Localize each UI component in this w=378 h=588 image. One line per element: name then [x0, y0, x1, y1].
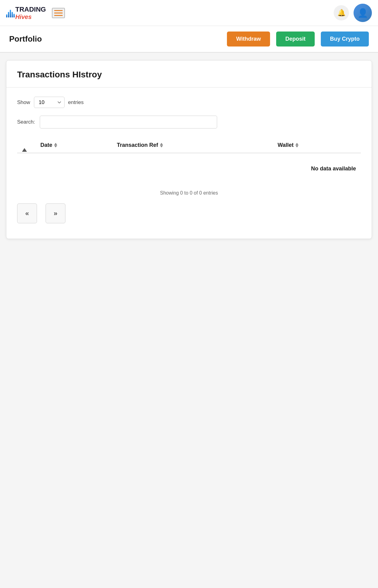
show-label: Show [17, 99, 30, 106]
logo-bar-2 [8, 12, 9, 17]
menu-line-1 [54, 10, 63, 11]
menu-button[interactable] [52, 8, 65, 18]
next-page-button[interactable]: » [46, 203, 65, 223]
sort-down-arrow-3 [295, 145, 298, 147]
menu-line-2 [54, 13, 63, 13]
sort-down-arrow [54, 145, 57, 147]
th-transaction-ref[interactable]: Transaction Ref [112, 138, 273, 153]
portfolio-bar: Portfolio Withdraw Deposit Buy Crypto [0, 26, 378, 53]
logo-hives: Hives [15, 13, 46, 20]
main-content: Transactions HIstroy Show 10 25 50 100 e… [0, 53, 378, 247]
search-row: Search: [17, 116, 361, 128]
header: TRADING Hives 🔔 👤 [0, 0, 378, 26]
logo-bar-1 [6, 14, 7, 17]
portfolio-title: Portfolio [9, 34, 221, 44]
search-label: Search: [17, 119, 35, 125]
entries-select[interactable]: 10 25 50 100 [34, 97, 65, 108]
search-input[interactable] [40, 116, 217, 128]
deposit-button[interactable]: Deposit [276, 32, 315, 47]
header-left: TRADING Hives [6, 6, 65, 20]
date-sort-group: Date [40, 142, 57, 148]
header-right: 🔔 👤 [334, 4, 372, 22]
wallet-sort-icon [295, 143, 298, 147]
th-wallet[interactable]: Wallet [273, 138, 361, 153]
logo-bar-4 [12, 12, 13, 17]
user-avatar-icon: 👤 [358, 8, 368, 18]
menu-line-3 [54, 15, 63, 16]
sort-up-arrow [54, 143, 57, 145]
sort-up-arrow-3 [295, 143, 298, 145]
user-avatar-button[interactable]: 👤 [354, 4, 372, 22]
pagination-info: Showing 0 to 0 of 0 entries [17, 184, 361, 200]
checkbox-sort-icon [22, 142, 27, 152]
notification-button[interactable]: 🔔 [334, 5, 349, 20]
buy-crypto-button[interactable]: Buy Crypto [321, 32, 369, 47]
th-date[interactable]: Date [35, 138, 112, 153]
logo-bar-5 [13, 14, 15, 17]
card-body: Show 10 25 50 100 entries Search: [6, 87, 372, 239]
logo: TRADING Hives [6, 6, 46, 20]
table-body: No data available [17, 153, 361, 184]
transactions-card: Transactions HIstroy Show 10 25 50 100 e… [6, 60, 372, 239]
logo-bar-3 [10, 10, 11, 17]
table-container: Date Transaction Ref [17, 138, 361, 184]
withdraw-button[interactable]: Withdraw [227, 32, 270, 47]
sort-down-arrow-2 [160, 145, 163, 147]
logo-bars [6, 8, 15, 17]
card-header: Transactions HIstroy [6, 61, 372, 87]
card-title: Transactions HIstroy [17, 70, 361, 80]
transaction-ref-column-label: Transaction Ref [117, 142, 158, 148]
date-sort-icon [54, 143, 57, 147]
pagination: « » [17, 200, 361, 229]
transaction-ref-sort-icon [160, 143, 163, 147]
entries-label: entries [68, 99, 84, 106]
sort-up-arrow-2 [160, 143, 163, 145]
th-checkbox [17, 138, 35, 153]
no-data-cell: No data available [17, 153, 361, 184]
no-data-row: No data available [17, 153, 361, 184]
transactions-table: Date Transaction Ref [17, 138, 361, 184]
show-entries-row: Show 10 25 50 100 entries [17, 97, 361, 108]
wallet-sort-group: Wallet [278, 142, 298, 148]
prev-page-button[interactable]: « [17, 203, 37, 223]
bell-icon: 🔔 [337, 9, 346, 17]
table-header: Date Transaction Ref [17, 138, 361, 153]
wallet-column-label: Wallet [278, 142, 294, 148]
date-column-label: Date [40, 142, 52, 148]
logo-trading: TRADING [15, 6, 46, 13]
logo-text-group: TRADING Hives [15, 6, 46, 20]
transaction-ref-sort-group: Transaction Ref [117, 142, 163, 148]
